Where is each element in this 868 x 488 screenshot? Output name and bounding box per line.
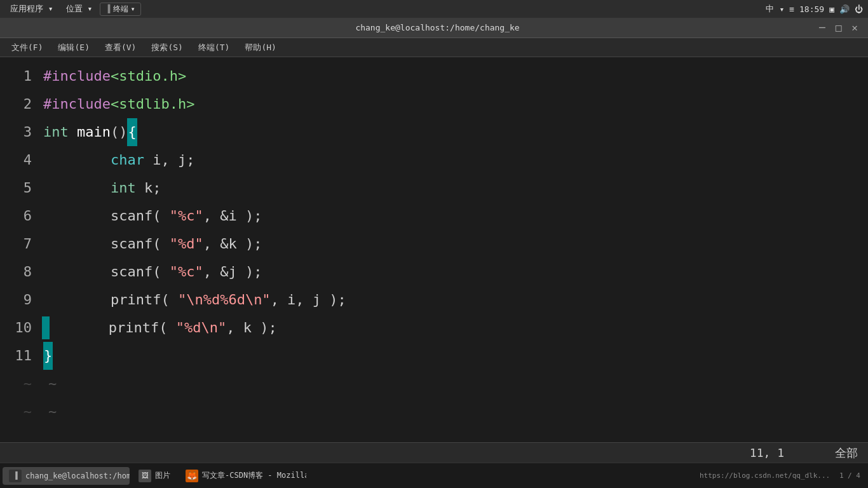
view-mode: 全部	[835, 445, 858, 461]
tilde-2: ~	[43, 398, 863, 426]
images-taskbar-icon: 🖼	[139, 470, 151, 482]
code-container: 1 2 3 4 5 6 7 8 9 10 11 ~ ~ #include<std…	[0, 57, 868, 442]
menu-terminal[interactable]: 终端(T)	[192, 40, 236, 55]
taskbar-url: https://blog.csdn.net/qq_dlk... 1 / 4	[695, 471, 865, 480]
terminal-titlebar: chang_ke@localhost:/home/chang_ke ─ □ ✕	[0, 18, 868, 38]
system-bar: 应用程序 ▾ 位置 ▾ ▐ 终端 ▾ 中 ▾ ≡ 18:59 ▣ 🔊 ⏻	[0, 0, 868, 18]
volume-icon: 🔊	[839, 4, 850, 14]
taskbar-terminal-label: chang_ke@localhost:/home/chan...	[25, 471, 130, 480]
tilde-1: ~	[43, 370, 863, 398]
code-line-3: int main(){	[43, 118, 863, 146]
taskbar-images-label: 图片	[155, 470, 170, 481]
menu-help[interactable]: 帮助(H)	[238, 40, 282, 55]
cursor-position: 11, 1	[750, 446, 784, 459]
status-bar: 11, 1 全部	[0, 442, 868, 463]
code-line-8: scanf( "%c", &j );	[43, 258, 863, 286]
taskbar-images[interactable]: 🖼 图片	[132, 467, 177, 485]
terminal-taskbar-icon: ▐	[9, 470, 22, 482]
app-menu[interactable]: 应用程序 ▾ 位置 ▾ ▐ 终端 ▾	[5, 2, 141, 16]
line-numbers: 1 2 3 4 5 6 7 8 9 10 11 ~ ~	[0, 62, 38, 437]
code-line-7: scanf( "%d", &k );	[43, 230, 863, 258]
editor-area[interactable]: 1 2 3 4 5 6 7 8 9 10 11 ~ ~ #include<std…	[0, 57, 868, 463]
taskbar: ▐ chang_ke@localhost:/home/chan... 🖼 图片 …	[0, 463, 868, 488]
app-menu-apps[interactable]: 应用程序 ▾	[5, 2, 58, 16]
taskbar-firefox-label: 写文章-CSDN博客 - Mozilla Firefox	[202, 470, 306, 481]
app-menu-location[interactable]: 位置 ▾	[61, 2, 98, 16]
code-line-1: #include<stdio.h>	[43, 62, 863, 90]
menu-file[interactable]: 文件(F)	[5, 40, 49, 55]
system-bar-right: 中 ▾ ≡ 18:59 ▣ 🔊 ⏻	[766, 3, 863, 15]
code-content: #include<stdio.h> #include<stdlib.h> int…	[38, 62, 868, 437]
taskbar-terminal[interactable]: ▐ chang_ke@localhost:/home/chan...	[3, 467, 130, 485]
menu-view[interactable]: 查看(V)	[98, 40, 142, 55]
terminal-title: chang_ke@localhost:/home/chang_ke	[58, 23, 817, 32]
code-line-5: int k;	[43, 174, 863, 202]
code-line-2: #include<stdlib.h>	[43, 90, 863, 118]
terminal-window: chang_ke@localhost:/home/chang_ke ─ □ ✕ …	[0, 18, 868, 463]
menu-edit[interactable]: 编辑(E)	[51, 40, 95, 55]
taskbar-firefox[interactable]: 🦊 写文章-CSDN博客 - Mozilla Firefox	[179, 467, 306, 485]
window-controls[interactable]: ─ □ ✕	[817, 22, 860, 34]
terminal-menu[interactable]: ▐ 终端 ▾	[100, 3, 140, 16]
firefox-taskbar-icon: 🦊	[186, 470, 198, 482]
minimize-button[interactable]: ─	[817, 22, 828, 34]
menu-search[interactable]: 搜索(S)	[145, 40, 189, 55]
code-line-9: printf( "\n%d%6d\n", i, j );	[43, 286, 863, 314]
code-line-11: }	[43, 342, 863, 370]
menu-bar: 文件(F) 编辑(E) 查看(V) 搜索(S) 终端(T) 帮助(H)	[0, 38, 868, 57]
code-line-10: printf( "%d\n", k );	[43, 314, 863, 342]
maximize-button[interactable]: □	[833, 22, 844, 34]
display-icon: ▣	[829, 4, 834, 14]
code-line-6: scanf( "%c", &i );	[43, 202, 863, 230]
power-icon: ⏻	[855, 4, 863, 14]
close-button[interactable]: ✕	[849, 22, 860, 34]
code-line-4: char i, j;	[43, 146, 863, 174]
